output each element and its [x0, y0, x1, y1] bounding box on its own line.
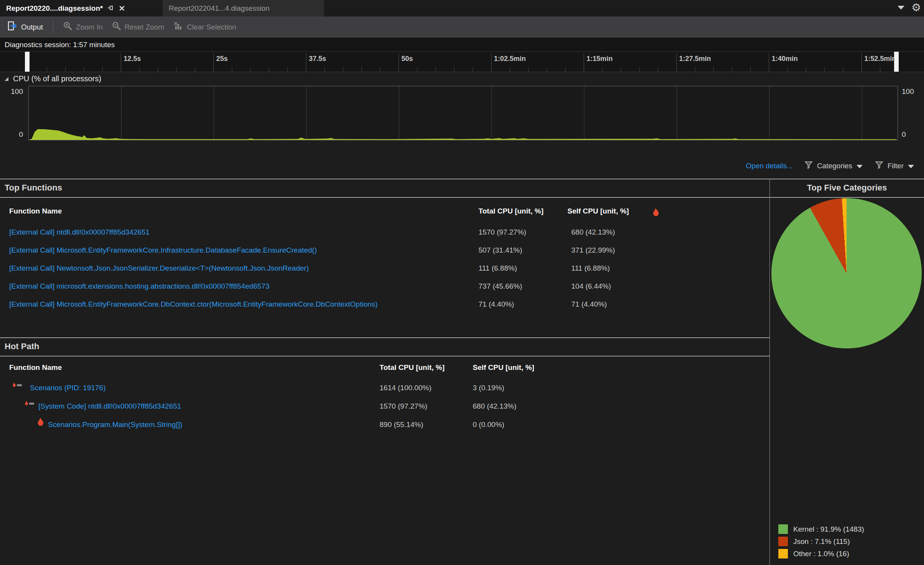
- column-self-cpu[interactable]: Self CPU [unit, %]: [473, 363, 534, 372]
- svg-text:1:52.5min: 1:52.5min: [864, 55, 896, 62]
- self-cpu-value: 111 (6.88%): [571, 264, 610, 273]
- tab-inactive-report[interactable]: Report2022041...4.diagsession: [163, 0, 324, 16]
- flame-icon: [36, 416, 45, 434]
- table-row[interactable]: [External Call] ntdll.dll!0x00007ff85d34…: [0, 223, 769, 241]
- reset-zoom-label: Reset Zoom: [125, 23, 164, 31]
- column-self-cpu[interactable]: Self CPU [unit, %]: [567, 207, 629, 215]
- zoom-in-label: Zoom In: [76, 23, 103, 31]
- column-total-cpu[interactable]: Total CPU [unit, %]: [380, 363, 445, 372]
- chevron-down-icon: [908, 165, 914, 168]
- collapse-triangle-icon[interactable]: [3, 76, 10, 82]
- top-categories-pie-chart[interactable]: [771, 198, 922, 348]
- total-cpu-value: 111 (6.88%): [478, 264, 517, 273]
- toolbar-separator: [53, 21, 53, 34]
- function-link[interactable]: [External Call] Microsoft.EntityFramewor…: [9, 246, 317, 255]
- hot-path-flame-icon: [23, 397, 36, 416]
- hot-path-band: Hot Path: [0, 337, 769, 356]
- total-cpu-value: 507 (31.41%): [478, 246, 522, 255]
- function-link[interactable]: [System Code] ntdll.dll!0x00007ff85d3426…: [38, 402, 181, 411]
- reset-zoom-icon: [112, 21, 121, 33]
- legend-item-json: Json : 7.1% (115): [778, 537, 864, 546]
- function-link[interactable]: Scenarios.Program.Main(System.String[]): [48, 420, 182, 429]
- pie-legend: Kernel : 91.9% (1483) Json : 7.1% (115) …: [778, 524, 864, 558]
- zoom-in-button[interactable]: Zoom In: [60, 20, 106, 34]
- top-functions-title: Top Functions: [5, 183, 62, 193]
- sort-flame-icon: [652, 208, 660, 218]
- tab-title: Report20220....diagsession*: [6, 4, 103, 13]
- table-row[interactable]: [External Call] Newtonsoft.Json.JsonSeri…: [0, 259, 769, 277]
- y-axis-max-left: 100: [5, 87, 23, 96]
- hot-path-flame-icon: [11, 379, 24, 397]
- json-color-swatch: [778, 537, 788, 546]
- function-link[interactable]: [External Call] Microsoft.EntityFramewor…: [9, 300, 378, 309]
- svg-text:25s: 25s: [216, 55, 228, 62]
- output-icon: [7, 21, 18, 33]
- table-row[interactable]: Scenarios.Program.Main(System.String[]) …: [0, 416, 769, 434]
- panel-divider: [769, 179, 770, 565]
- self-cpu-value: 371 (22.99%): [571, 246, 615, 255]
- selection-end-handle[interactable]: [894, 52, 899, 72]
- funnel-icon: [804, 161, 813, 171]
- cpu-section-title: CPU (% of all processors): [13, 74, 101, 83]
- top-functions-header-row: Function Name Total CPU [unit, %] Self C…: [0, 207, 769, 218]
- hot-path-table: Scenarios (PID: 19176) 1614 (100.00%) 3 …: [0, 379, 769, 434]
- gear-icon[interactable]: ⚙: [911, 2, 921, 13]
- cpu-usage-chart[interactable]: [28, 86, 898, 140]
- function-link[interactable]: Scenarios (PID: 19176): [30, 384, 106, 392]
- function-link[interactable]: [External Call] microsoft.extensions.hos…: [9, 282, 270, 291]
- kernel-color-swatch: [778, 524, 788, 534]
- function-link[interactable]: [External Call] Newtonsoft.Json.JsonSeri…: [9, 264, 309, 273]
- close-icon[interactable]: ✕: [118, 5, 125, 12]
- table-row[interactable]: Scenarios (PID: 19176) 1614 (100.00%) 3 …: [0, 379, 769, 397]
- total-cpu-value: 890 (55.14%): [380, 420, 423, 429]
- categories-dropdown[interactable]: Categories: [804, 161, 863, 171]
- ruler-ticks: 12.5s25s37.5s50s1:02.5min1:15min1:27.5mi…: [0, 52, 924, 72]
- cpu-section-header[interactable]: CPU (% of all processors): [3, 74, 101, 83]
- svg-text:1:27.5min: 1:27.5min: [679, 55, 711, 62]
- table-row[interactable]: [External Call] microsoft.extensions.hos…: [0, 277, 769, 295]
- svg-text:1:15min: 1:15min: [587, 55, 613, 62]
- reset-zoom-button[interactable]: Reset Zoom: [109, 20, 167, 34]
- selection-start-handle[interactable]: [25, 52, 30, 72]
- report-toolbar: Output Zoom In Reset Zoom Clear Selectio…: [0, 16, 924, 38]
- total-cpu-value: 1570 (97.27%): [478, 228, 526, 237]
- details-filter-bar: Open details... Categories Filter: [0, 153, 924, 179]
- output-button[interactable]: Output: [4, 20, 46, 34]
- other-color-swatch: [778, 549, 788, 558]
- total-cpu-value: 71 (4.40%): [478, 300, 514, 309]
- section-header-band: Top Functions Top Five Categories: [0, 179, 924, 198]
- document-tab-strip: Report20220....diagsession* ✕ Report2022…: [0, 0, 924, 16]
- chevron-down-icon[interactable]: [898, 6, 904, 10]
- open-details-link[interactable]: Open details...: [746, 162, 793, 170]
- session-duration-label: Diagnostics session: 1:57 minutes: [5, 41, 115, 49]
- pin-icon[interactable]: [107, 5, 114, 12]
- total-cpu-value: 737 (45.66%): [478, 282, 522, 291]
- column-function-name[interactable]: Function Name: [9, 363, 62, 372]
- self-cpu-value: 680 (42.13%): [473, 402, 516, 411]
- table-row[interactable]: [External Call] Microsoft.EntityFramewor…: [0, 241, 769, 259]
- svg-text:12.5s: 12.5s: [123, 55, 141, 62]
- timeline-ruler[interactable]: 12.5s25s37.5s50s1:02.5min1:15min1:27.5mi…: [0, 51, 924, 72]
- svg-text:1:02.5min: 1:02.5min: [494, 55, 526, 62]
- function-link[interactable]: [External Call] ntdll.dll!0x00007ff85d34…: [9, 228, 150, 237]
- output-label: Output: [21, 23, 43, 31]
- tab-title: Report2022041...4.diagsession: [169, 4, 270, 13]
- tab-strip-controls: ⚙: [898, 2, 921, 13]
- self-cpu-value: 71 (4.40%): [571, 300, 607, 309]
- clear-selection-button[interactable]: Clear Selection: [170, 20, 239, 34]
- column-function-name[interactable]: Function Name: [9, 207, 62, 215]
- clear-selection-label: Clear Selection: [187, 23, 236, 31]
- top-functions-table: [External Call] ntdll.dll!0x00007ff85d34…: [0, 223, 769, 313]
- table-row[interactable]: [External Call] Microsoft.EntityFramewor…: [0, 295, 769, 313]
- filter-label: Filter: [888, 162, 904, 170]
- clear-selection-icon: [173, 21, 183, 33]
- legend-item-kernel: Kernel : 91.9% (1483): [778, 524, 864, 534]
- total-cpu-value: 1570 (97.27%): [380, 402, 427, 411]
- hot-path-title: Hot Path: [5, 342, 39, 351]
- zoom-in-icon: [63, 21, 72, 33]
- cpu-usage-area: [29, 86, 898, 140]
- column-total-cpu[interactable]: Total CPU [unit, %]: [478, 207, 544, 215]
- table-row[interactable]: [System Code] ntdll.dll!0x00007ff85d3426…: [0, 397, 769, 416]
- filter-dropdown[interactable]: Filter: [875, 161, 914, 171]
- tab-active-report[interactable]: Report20220....diagsession* ✕: [0, 0, 131, 16]
